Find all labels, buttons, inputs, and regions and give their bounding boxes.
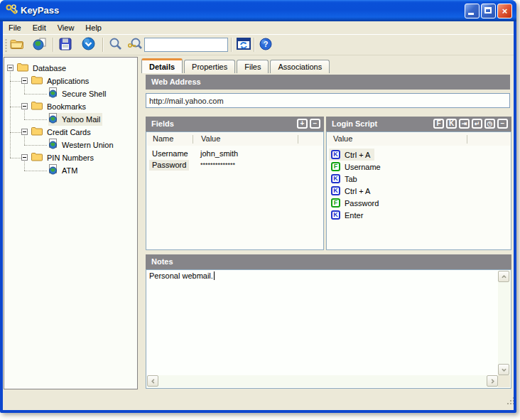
menu-file[interactable]: File xyxy=(3,22,27,33)
script-step-label: Password xyxy=(345,199,379,208)
expander-icon[interactable] xyxy=(21,154,28,161)
tree-item-label: Secure Shell xyxy=(60,89,108,99)
remove-step-button[interactable]: − xyxy=(497,119,508,129)
tree-item-label: PIN Numbers xyxy=(45,153,96,163)
field-value-masked: ************** xyxy=(200,160,235,171)
tree-item-applications[interactable]: Applications xyxy=(4,75,137,87)
column-separator[interactable] xyxy=(193,135,193,144)
screen: KeyPass × File Edit View Help xyxy=(0,0,520,420)
add-field-button[interactable]: + xyxy=(297,119,308,129)
commit-button[interactable] xyxy=(80,37,97,53)
script-step[interactable]: K Ctrl + A xyxy=(329,149,374,161)
expander-icon[interactable] xyxy=(21,103,28,109)
scroll-down-button[interactable] xyxy=(498,364,509,375)
fields-header: Fields + − xyxy=(146,117,324,131)
save-button[interactable] xyxy=(57,37,74,53)
web-entry-icon xyxy=(48,113,58,126)
toolbar-grip[interactable] xyxy=(5,38,7,53)
tree-item-credit-cards[interactable]: Credit Cards xyxy=(4,126,137,139)
tab-files[interactable]: Files xyxy=(237,60,269,73)
tree-item-secure-shell[interactable]: Secure Shell xyxy=(4,87,137,100)
tab-details[interactable]: Details xyxy=(141,58,183,73)
column-value[interactable]: Value xyxy=(333,134,352,143)
tree-item-label: Yahoo Mail xyxy=(60,114,102,124)
web-address-header: Web Address xyxy=(146,75,510,90)
notes-textarea[interactable]: Personal webmail. xyxy=(146,269,511,389)
auto-type-button[interactable] xyxy=(235,37,252,53)
title-bar[interactable]: KeyPass × xyxy=(0,0,516,21)
expander-icon[interactable] xyxy=(21,129,28,135)
scroll-left-button[interactable] xyxy=(147,375,158,387)
resize-grip[interactable] xyxy=(507,403,509,404)
toolbar-separator xyxy=(53,38,54,52)
tab-properties[interactable]: Properties xyxy=(184,60,235,73)
web-entry-icon xyxy=(48,87,58,101)
tree-item-western-union[interactable]: Western Union xyxy=(4,139,137,151)
expander-icon[interactable] xyxy=(21,77,28,84)
minimize-button[interactable] xyxy=(465,4,480,18)
script-step[interactable]: F Password xyxy=(329,197,383,209)
tree-item-label: ATM xyxy=(60,166,80,176)
column-value[interactable]: Value xyxy=(201,134,220,143)
script-step[interactable]: K Tab xyxy=(329,173,362,185)
key-badge-icon: K xyxy=(331,174,340,183)
search-key-icon xyxy=(128,37,142,53)
open-button[interactable] xyxy=(9,37,26,53)
expander-icon[interactable] xyxy=(7,65,13,71)
web-entry-icon xyxy=(48,164,58,178)
tree-item-database[interactable]: Database xyxy=(4,62,137,75)
horizontal-scrollbar[interactable] xyxy=(147,375,498,387)
remove-field-button[interactable]: − xyxy=(310,119,320,129)
tree-item-label: Bookmarks xyxy=(45,102,88,112)
menu-help[interactable]: Help xyxy=(80,22,107,33)
column-separator[interactable] xyxy=(298,135,298,144)
scroll-up-button[interactable] xyxy=(498,271,509,282)
key-badge-icon: K xyxy=(331,210,340,220)
insert-key-button[interactable]: K xyxy=(446,119,457,129)
tree-item-atm[interactable]: ATM xyxy=(4,164,137,177)
insert-delay-button[interactable]: ◷ xyxy=(484,119,495,129)
window-title: KeyPass xyxy=(21,5,59,16)
toolbar-separator xyxy=(102,38,104,52)
menu-view[interactable]: View xyxy=(52,22,80,33)
app-keys-icon xyxy=(6,4,18,17)
fields-header-buttons: + − xyxy=(297,119,320,129)
field-badge-icon: F xyxy=(331,162,340,171)
insert-enter-button[interactable]: ↵ xyxy=(472,119,482,129)
scroll-right-button[interactable] xyxy=(487,375,498,387)
login-script-header-buttons: F K ⇥ ↵ ◷ − xyxy=(433,119,508,129)
insert-field-button[interactable]: F xyxy=(433,119,444,129)
login-script-header: Login Script F K ⇥ ↵ ◷ − xyxy=(326,117,511,131)
quick-search-input[interactable] xyxy=(144,38,228,52)
script-step[interactable]: F Username xyxy=(329,161,385,173)
script-step-label: Ctrl + A xyxy=(345,187,370,195)
vertical-scrollbar[interactable] xyxy=(498,271,510,375)
blue-orb-icon xyxy=(82,37,95,53)
login-script-list: Value K Ctrl + A F Username K Tab K Ctrl… xyxy=(326,131,511,250)
column-name[interactable]: Name xyxy=(153,134,173,143)
toolbar-separator xyxy=(254,38,255,52)
script-step[interactable]: K Ctrl + A xyxy=(329,185,374,197)
close-button[interactable]: × xyxy=(497,4,512,18)
tree-item-bookmarks[interactable]: Bookmarks xyxy=(4,100,137,113)
notes-header: Notes xyxy=(146,254,511,269)
app-window: KeyPass × File Edit View Help xyxy=(0,0,516,413)
search-button[interactable] xyxy=(107,37,124,53)
chevron-left-icon xyxy=(151,379,156,384)
tab-associations[interactable]: Associations xyxy=(270,60,330,73)
tree-item-pin-numbers[interactable]: PIN Numbers xyxy=(4,151,137,164)
search-key-button[interactable] xyxy=(126,37,143,53)
insert-tab-button[interactable]: ⇥ xyxy=(459,119,470,129)
maximize-button[interactable] xyxy=(481,4,496,18)
web-address-input[interactable] xyxy=(146,93,510,108)
tree-item-label: Database xyxy=(31,63,68,73)
key-badge-icon: K xyxy=(331,186,340,195)
entry-tree: Database Applications Secure Shell Bookm… xyxy=(4,57,138,389)
field-name: Password xyxy=(149,160,189,171)
column-separator[interactable] xyxy=(467,135,467,144)
help-button[interactable]: ? xyxy=(257,37,274,53)
script-step[interactable]: K Enter xyxy=(329,209,367,221)
new-web-entry-button[interactable] xyxy=(31,37,48,53)
menu-edit[interactable]: Edit xyxy=(27,22,52,33)
tree-item-yahoo-mail[interactable]: Yahoo Mail xyxy=(4,113,137,126)
